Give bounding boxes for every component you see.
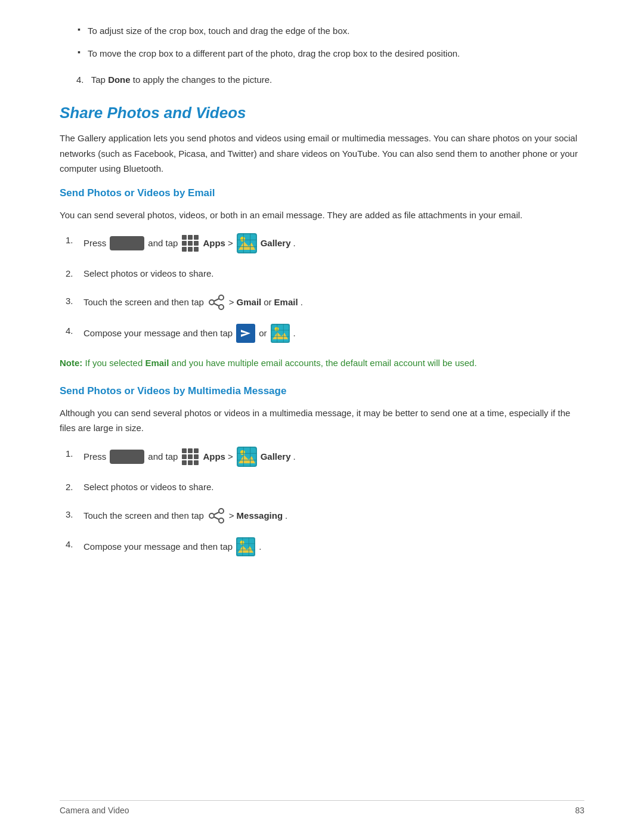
email-step-2: 2. Select photos or videos to share. [60, 267, 584, 281]
arrow-1: > [228, 236, 233, 250]
mms-step-1-content: Press and tap Apps [83, 447, 296, 467]
mms-step-3-num: 3. [66, 507, 83, 522]
email-step-2-text: Select photos or videos to share. [83, 267, 213, 281]
share-icon-1 [208, 294, 225, 311]
mms-step-1: 1. Press and tap [60, 447, 584, 467]
email-step-3: 3. Touch the screen and then tap > Gmail… [60, 294, 584, 311]
email-step-3-gt: > [229, 295, 234, 309]
footer: Camera and Video 83 [60, 800, 584, 815]
svg-point-32 [209, 513, 214, 518]
send-icon-1 [236, 324, 255, 343]
gallery-icon-1 [237, 233, 257, 253]
svg-point-26 [240, 450, 245, 455]
svg-point-10 [219, 305, 224, 309]
email-step-3-before: Touch the screen and then tap [83, 295, 204, 309]
step-4-done-bold: Done [108, 75, 131, 85]
home-button-1 [110, 236, 144, 250]
gallery-icon-2 [237, 447, 257, 467]
mms-step-3-period: . [285, 509, 287, 523]
mms-description: Although you can send several photos or … [60, 405, 584, 436]
mms-icon-2 [236, 537, 255, 556]
home-button-2 [110, 450, 144, 464]
apps-grid-icon-2 [181, 447, 200, 466]
email-step-4-num: 4. [66, 324, 83, 338]
svg-rect-13 [236, 324, 255, 343]
email-step-1-content: Press and tap [83, 233, 296, 253]
mms-icon-1 [271, 324, 290, 343]
email-step-4-before: Compose your message and then tap [83, 326, 233, 340]
bullet-text-2: To move the crop box to a different part… [88, 47, 460, 61]
top-bullets: To adjust size of the crop box, touch an… [60, 24, 584, 61]
email-step-4: 4. Compose your message and then tap or [60, 324, 584, 343]
email-step-2-content: Select photos or videos to share. [83, 267, 213, 281]
email-step-3-or: or [264, 295, 271, 309]
step-4-text-before: Tap [91, 75, 108, 85]
email-step-3-period: . [301, 295, 303, 309]
svg-point-31 [219, 509, 224, 513]
note-email-bold: Email [145, 358, 169, 368]
svg-line-34 [214, 512, 219, 515]
note-box: Note: If you selected Email and you have… [60, 356, 584, 371]
mms-step-4-before: Compose your message and then tap [83, 540, 233, 554]
mms-step-4: 4. Compose your message and then tap . [60, 537, 584, 556]
messaging-bold: Messaging [237, 509, 283, 523]
svg-point-8 [219, 295, 224, 300]
apps-label-1: Apps [203, 236, 225, 250]
svg-point-18 [274, 327, 278, 332]
mms-step-2: 2. Select photos or videos to share. [60, 480, 584, 494]
mms-step-3: 3. Touch the screen and then tap > Messa… [60, 507, 584, 524]
mms-arrow: > [228, 450, 233, 464]
step-4-text-after: to apply the changes to the picture. [131, 75, 273, 85]
mms-period-1: . [293, 450, 296, 464]
email-steps: 1. Press and tap [60, 233, 584, 343]
footer-left: Camera and Video [60, 806, 129, 815]
mms-apps-label: Apps [203, 450, 225, 464]
mms-step-3-before: Touch the screen and then tap [83, 509, 204, 523]
email-step-1: 1. Press and tap [60, 233, 584, 253]
svg-line-35 [214, 517, 219, 519]
email-step-4-content: Compose your message and then tap or [83, 324, 296, 343]
tap-done-instruction: 4. Tap Done to apply the changes to the … [60, 73, 584, 87]
mms-step-3-content: Touch the screen and then tap > Messagin… [83, 507, 287, 524]
mms-step-2-content: Select photos or videos to share. [83, 480, 213, 494]
mms-and-tap: and tap [148, 450, 178, 464]
mms-step-4-num: 4. [66, 537, 83, 552]
page-container: To adjust size of the crop box, touch an… [0, 0, 644, 833]
mms-step-1-num: 1. [66, 447, 83, 461]
share-icon-2 [208, 507, 225, 524]
and-tap-1: and tap [148, 236, 178, 250]
mms-step-2-text: Select photos or videos to share. [83, 480, 213, 494]
svg-line-11 [214, 299, 219, 301]
svg-point-39 [240, 540, 244, 544]
svg-point-33 [219, 518, 224, 523]
svg-point-9 [209, 300, 214, 305]
email-step-4-or: or [259, 326, 267, 340]
footer-right: 83 [575, 806, 584, 815]
mms-step-2-num: 2. [66, 480, 83, 494]
email-step-2-num: 2. [66, 267, 83, 281]
svg-point-3 [240, 237, 245, 241]
apps-grid-icon-1 [181, 234, 200, 253]
mms-step-4-period: . [259, 540, 261, 554]
section-title: Share Photos and Videos [60, 104, 584, 122]
email-description: You can send several photos, videos, or … [60, 208, 584, 223]
apps-grid-dots-1 [182, 235, 199, 252]
mms-gallery-label: Gallery [261, 450, 291, 464]
section-description: The Gallery application lets you send ph… [60, 131, 584, 176]
period-1: . [293, 236, 296, 250]
email-step-3-num: 3. [66, 294, 83, 308]
gmail-bold: Gmail [237, 295, 262, 309]
note-text-2: and you have multiple email accounts, th… [172, 358, 477, 368]
mms-steps: 1. Press and tap [60, 447, 584, 556]
note-text-1: If you selected [85, 358, 145, 368]
svg-line-12 [214, 304, 219, 306]
mms-subsection-title: Send Photos or Videos by Multimedia Mess… [60, 385, 584, 397]
email-subsection-title: Send Photos or Videos by Email [60, 187, 584, 199]
bullet-item-1: To adjust size of the crop box, touch an… [60, 24, 584, 38]
mms-step-3-gt: > [229, 509, 234, 523]
email-step-1-num: 1. [66, 233, 83, 247]
email-step-3-content: Touch the screen and then tap > Gmail or… [83, 294, 303, 311]
press-label-1: Press [83, 236, 106, 250]
step-4-num: 4. [76, 75, 89, 85]
email-bold: Email [274, 295, 298, 309]
